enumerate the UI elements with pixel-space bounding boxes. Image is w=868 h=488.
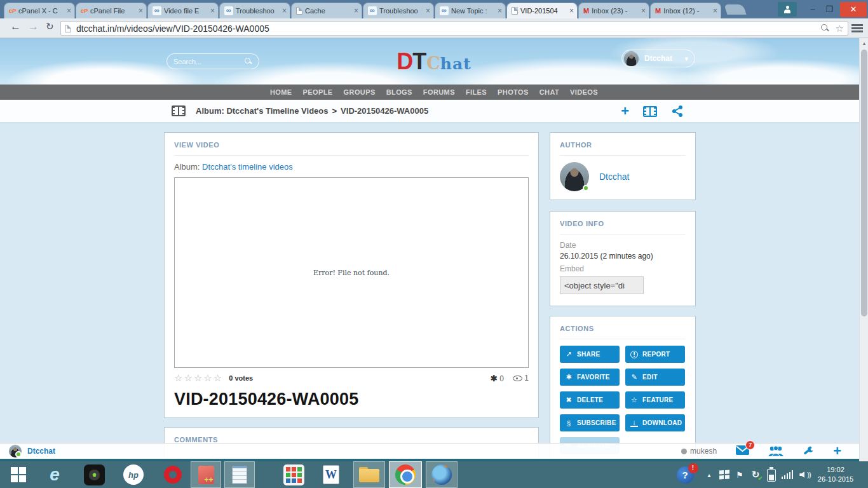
infinity-icon: ∞ xyxy=(153,6,161,15)
page-scrollbar[interactable]: ▴ xyxy=(859,38,868,461)
tray-power[interactable] xyxy=(764,461,779,488)
nav-item-chat[interactable]: CHAT xyxy=(539,88,559,96)
bookmark-star-icon[interactable]: ☆ xyxy=(836,24,844,33)
share-button[interactable]: ↗SHARE xyxy=(560,346,620,363)
start-button[interactable] xyxy=(4,461,33,488)
chevron-up-icon: ▴ xyxy=(707,471,710,478)
share-icon[interactable] xyxy=(671,105,684,118)
user-menu[interactable]: Dtcchat ▾ xyxy=(621,50,695,67)
nav-item-blogs[interactable]: BLOGS xyxy=(386,88,412,96)
site-search[interactable]: Search... xyxy=(166,53,259,69)
tab-close-icon[interactable]: × xyxy=(139,8,143,14)
browser-tab[interactable]: cPcPanel File× xyxy=(76,3,147,18)
taskbar-item-opera[interactable] xyxy=(158,461,188,488)
taskbar-item-notepad[interactable] xyxy=(224,461,255,488)
presence-user[interactable]: mukesh xyxy=(681,447,717,456)
taskbar-item-grid-app[interactable] xyxy=(278,461,309,488)
reload-button[interactable]: ↻ xyxy=(46,21,54,32)
author-avatar[interactable] xyxy=(560,162,589,191)
delete-button[interactable]: ✖DELETE xyxy=(560,391,620,409)
browser-tab[interactable]: ∞Video file E× xyxy=(147,3,219,18)
forward-button[interactable]: → xyxy=(28,20,39,33)
tab-close-icon[interactable]: × xyxy=(67,8,71,14)
tab-close-icon[interactable]: × xyxy=(498,8,502,14)
tray-flag[interactable]: ⚑ xyxy=(732,461,747,488)
restore-button[interactable]: ❐ xyxy=(821,2,837,17)
album-link[interactable]: Dtcchat's timeline videos xyxy=(202,162,293,172)
url-text[interactable]: dtcchat.in/m/videos/view/VID-20150426-WA… xyxy=(76,24,821,34)
nav-item-home[interactable]: HOME xyxy=(270,88,292,96)
embed-code-input[interactable] xyxy=(560,276,644,294)
close-button[interactable]: ✕ xyxy=(840,2,867,17)
browser-tab[interactable]: ∞Troubleshoo× xyxy=(363,3,434,18)
nav-item-people[interactable]: PEOPLE xyxy=(303,88,333,96)
taskbar-item-hp[interactable]: hp xyxy=(118,461,149,488)
browser-tab[interactable]: MInbox (23) -× xyxy=(578,3,649,18)
browser-tab[interactable]: cPcPanel X - C× xyxy=(4,3,75,18)
nav-item-files[interactable]: FILES xyxy=(466,88,487,96)
back-button[interactable]: ← xyxy=(10,20,21,33)
nav-item-videos[interactable]: VIDEOS xyxy=(570,88,598,96)
site-logo[interactable]: DTChat xyxy=(397,48,471,75)
taskbar-item-word[interactable]: W xyxy=(316,461,346,488)
chrome-menu-icon[interactable] xyxy=(851,24,863,32)
videos-grid-icon[interactable] xyxy=(643,106,657,117)
tray-action-center[interactable] xyxy=(717,461,732,488)
tab-close-icon[interactable]: × xyxy=(426,8,430,14)
browser-tab[interactable]: MInbox (12) -× xyxy=(650,3,721,18)
people-icon[interactable] xyxy=(768,446,783,456)
new-tab-button[interactable] xyxy=(724,4,746,15)
new-chat-icon[interactable]: + xyxy=(833,445,841,457)
minimize-button[interactable]: – xyxy=(804,2,821,17)
search-icon[interactable] xyxy=(245,58,252,65)
tray-network[interactable] xyxy=(779,461,796,488)
download-button[interactable]: ↓DOWNLOAD xyxy=(625,414,685,431)
feature-button[interactable]: ☆FEATURE xyxy=(625,391,685,409)
report-button[interactable]: !REPORT xyxy=(625,346,685,363)
messenger-user[interactable]: Dtcchat xyxy=(9,445,55,458)
firefox-icon xyxy=(431,464,452,485)
scrollbar-thumb[interactable] xyxy=(861,50,867,316)
add-video-icon[interactable]: + xyxy=(621,105,629,118)
browser-tab[interactable]: ∞New Topic :× xyxy=(435,3,506,18)
taskbar-item-ie[interactable]: e xyxy=(39,461,70,488)
tray-alert[interactable]: ?! xyxy=(672,461,698,488)
browser-tab-active[interactable]: VID-201504× xyxy=(506,3,578,18)
taskbar-clock[interactable]: 19:02 26-10-2015 xyxy=(808,465,863,484)
taskbar-item-firefox[interactable] xyxy=(426,461,458,488)
wrench-icon[interactable] xyxy=(803,445,814,457)
taskbar-item-explorer[interactable] xyxy=(353,461,385,488)
favorite-button[interactable]: ✱FAVORITE xyxy=(560,369,620,386)
profile-button[interactable] xyxy=(778,2,797,17)
taskbar-item-chrome[interactable] xyxy=(389,461,422,488)
search-icon[interactable] xyxy=(821,24,829,32)
author-name-link[interactable]: Dtcchat xyxy=(599,172,629,182)
video-player[interactable]: Error! File not found. xyxy=(174,177,529,368)
tab-close-icon[interactable]: × xyxy=(282,8,287,14)
scroll-up-arrow-icon[interactable]: ▴ xyxy=(860,40,868,46)
browser-tab[interactable]: Cache× xyxy=(291,3,362,18)
tab-close-icon[interactable]: × xyxy=(569,8,574,14)
nav-item-groups[interactable]: GROUPS xyxy=(344,88,376,96)
site-navbar: HOME PEOPLE GROUPS BLOGS FORUMS FILES PH… xyxy=(0,85,868,100)
alert-badge: ! xyxy=(688,463,698,473)
browser-tab[interactable]: ∞Troubleshoo× xyxy=(219,3,290,18)
edit-icon: ✎ xyxy=(630,373,638,381)
tray-update[interactable]: ↻ xyxy=(747,461,764,488)
tray-hidden-icons[interactable]: ▴ xyxy=(703,461,715,488)
chevron-down-icon: ▾ xyxy=(684,55,688,63)
subscribe-button[interactable]: §SUBSCRIBE xyxy=(560,414,620,431)
edit-button[interactable]: ✎EDIT xyxy=(625,369,685,386)
address-bar[interactable]: dtcchat.in/m/videos/view/VID-20150426-WA… xyxy=(60,21,848,36)
tab-close-icon[interactable]: × xyxy=(713,8,717,14)
nav-item-photos[interactable]: PHOTOS xyxy=(498,88,529,96)
rating-stars[interactable]: ☆☆☆☆☆ xyxy=(174,372,223,384)
taskbar-item-notepad-plus[interactable] xyxy=(191,461,221,488)
messages-button[interactable]: 7 xyxy=(736,445,749,458)
tab-close-icon[interactable]: × xyxy=(641,8,646,14)
nav-item-forums[interactable]: FORUMS xyxy=(423,88,455,96)
tab-close-icon[interactable]: × xyxy=(354,8,358,14)
taskbar-item-webcam[interactable] xyxy=(79,461,109,488)
tab-close-icon[interactable]: × xyxy=(210,8,215,14)
breadcrumb-album[interactable]: Album: Dtcchat's Timeline Videos xyxy=(196,106,329,116)
